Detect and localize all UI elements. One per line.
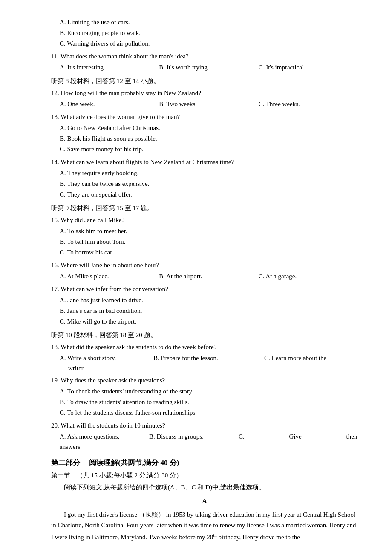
q20-text: 20. What will the students do in 10 minu…	[51, 420, 358, 431]
q11-optC: C. It's impractical.	[259, 62, 358, 72]
q12-text: 12. How long will the man probably stay …	[51, 88, 358, 98]
q20-optA: A. Ask more questions.	[60, 431, 149, 442]
question-20: 20. What will the students do in 10 minu…	[51, 420, 358, 452]
q18-options-row: A. Write a short story. B. Prepare for t…	[60, 353, 358, 363]
section-10-header: 听第 10 段材料，回答第 18 至 20 题。	[51, 330, 358, 340]
q12-optB: B. Two weeks.	[159, 99, 258, 109]
q11-options: A. It's interesting. B. It's worth tryin…	[51, 62, 358, 72]
q20-options: A. Ask more questions. B. Discuss in gro…	[51, 431, 358, 442]
q11-optB: B. It's worth trying.	[159, 62, 258, 72]
q13-optB: B. Book his flight as soon as possible.	[60, 133, 358, 144]
q13-optC: C. Save more money for his trip.	[60, 144, 358, 154]
q15-options: A. To ask him to meet her. B. To tell hi…	[51, 226, 358, 257]
q15-optA: A. To ask him to meet her.	[60, 226, 358, 236]
q16-optA: A. At Mike's place.	[60, 271, 159, 281]
q19-options: A. To check the students' understanding …	[51, 386, 358, 418]
q20-optC-wrap: C. Give their	[239, 431, 358, 442]
question-options-pre: A. Limiting the use of cars. B. Encourag…	[51, 17, 358, 49]
question-15: 15. Why did Jane call Mike? A. To ask hi…	[51, 215, 358, 257]
part2-header: 第二部分 阅读理解(共两节,满分 40 分)	[51, 457, 358, 468]
q17-text: 17. What can we infer from the conversat…	[51, 284, 358, 294]
q18-text: 18. What did the speaker ask the student…	[51, 342, 358, 352]
q11-optA: A. It's interesting.	[60, 62, 159, 72]
question-18: 18. What did the speaker ask the student…	[51, 342, 358, 373]
question-12: 12. How long will the man probably stay …	[51, 88, 358, 109]
q19-optB: B. To draw the students' attention to re…	[60, 397, 358, 407]
question-14: 14. What can we learn about flights to N…	[51, 157, 358, 199]
q14-optA: A. They require early booking.	[60, 168, 358, 178]
option-A-limitcars: A. Limiting the use of cars.	[60, 17, 358, 27]
q15-optB: B. To tell him about Tom.	[60, 237, 358, 247]
q16-options: A. At Mike's place. B. At the airport. C…	[51, 271, 358, 281]
q18-options: A. Write a short story. B. Prepare for t…	[51, 353, 358, 373]
q13-optA: A. Go to New Zealand after Christmas.	[60, 123, 358, 133]
q19-optA: A. To check the students' understanding …	[60, 386, 358, 396]
q14-optC: C. They are on special offer.	[60, 189, 358, 199]
part2-section: 第二部分 阅读理解(共两节,满分 40 分) 第一节 （共 15 小题;每小题 …	[51, 457, 358, 543]
q15-text: 15. Why did Jane call Mike?	[51, 215, 358, 225]
question-13: 13. What advice does the woman give to t…	[51, 112, 358, 154]
q14-options: A. They require early booking. B. They c…	[51, 168, 358, 199]
q19-text: 19. Why does the speaker ask the questio…	[51, 375, 358, 385]
passage-A-label: A	[51, 496, 358, 507]
q19-optC: C. To let the students discuss father-so…	[60, 408, 358, 418]
q18-optC: C. Learn more about the	[264, 353, 326, 363]
q13-text: 13. What advice does the woman give to t…	[51, 112, 358, 122]
q18-optA: A. Write a short story.	[60, 353, 153, 363]
q17-optA: A. Jane has just learned to drive.	[60, 295, 358, 305]
question-16: 16. Where will Jane be in about one hour…	[51, 260, 358, 281]
section-9-header: 听第 9 段材料，回答第 15 至 17 题。	[51, 203, 358, 213]
question-17: 17. What can we infer from the conversat…	[51, 284, 358, 327]
q12-options: A. One week. B. Two weeks. C. Three week…	[51, 99, 358, 109]
q20-optC-their: their	[346, 431, 358, 442]
section1-instruction: 阅读下列短文,从每题所给的四个选项(A、B、C 和 D)中,选出最佳选项。	[51, 482, 358, 492]
q20-optB: B. Discuss in groups.	[149, 431, 239, 442]
question-19: 19. Why does the speaker ask the questio…	[51, 375, 358, 418]
section-8-header: 听第 8 段材料，回答第 12 至 14 小题。	[51, 76, 358, 86]
q17-optC: C. Mike will go to the airport.	[60, 316, 358, 327]
q17-options: A. Jane has just learned to drive. B. Ja…	[51, 295, 358, 327]
q20-answers-line: answers.	[51, 442, 358, 452]
option-B-walk: B. Encouraging people to walk.	[60, 28, 358, 38]
q16-optC: C. At a garage.	[259, 271, 358, 281]
q12-optC: C. Three weeks.	[259, 99, 358, 109]
q11-text: 11. What does the woman think about the …	[51, 51, 358, 61]
q14-optB: B. They can be twice as expensive.	[60, 179, 358, 189]
section1-header: 第一节 （共 15 小题;每小题 2 分,满分 30 分）	[51, 470, 358, 480]
q18-optB: B. Prepare for the lesson.	[153, 353, 264, 363]
q16-optB: B. At the airport.	[159, 271, 258, 281]
option-C-warning: C. Warning drivers of air pollution.	[60, 38, 358, 49]
q14-text: 14. What can we learn about flights to N…	[51, 157, 358, 167]
q15-optC: C. To borrow his car.	[60, 247, 358, 257]
q20-optC-give: Give	[289, 431, 302, 442]
q18-optC-wrap: writer.	[60, 363, 358, 373]
q13-options: A. Go to New Zealand after Christmas. B.…	[51, 123, 358, 154]
q16-text: 16. Where will Jane be in about one hour…	[51, 260, 358, 270]
q17-optB: B. Jane's car is in bad condition.	[60, 306, 358, 316]
q12-optA: A. One week.	[60, 99, 159, 109]
question-11: 11. What does the woman think about the …	[51, 51, 358, 72]
passage-A-text: I got my first driver's license （执照） in …	[51, 509, 358, 543]
q20-optC-label: C.	[239, 431, 245, 442]
